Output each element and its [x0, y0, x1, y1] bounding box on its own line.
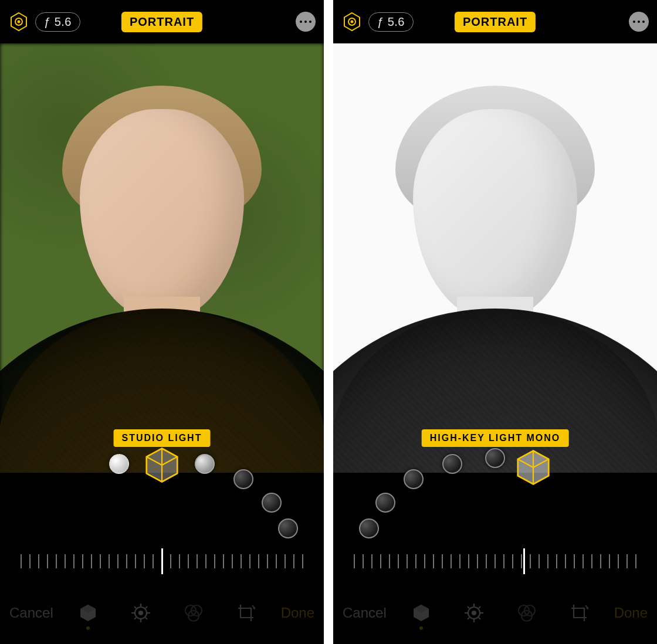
lighting-option-contour[interactable]	[404, 469, 424, 489]
bottom-toolbar: Cancel Done	[333, 582, 657, 644]
portrait-hex-icon[interactable]	[8, 11, 29, 32]
photo-background	[0, 43, 324, 473]
bottom-toolbar: Cancel Done	[0, 582, 324, 644]
top-bar: ƒ 5.6 PORTRAIT	[333, 0, 657, 43]
svg-line-42	[479, 606, 480, 608]
slider-ticks	[354, 554, 636, 568]
svg-line-17	[145, 618, 147, 619]
lighting-wheel[interactable]	[0, 473, 324, 541]
photo-editor-portrait-mono: ƒ 5.6 PORTRAIT HIGH-KEY LIGHT MONO	[333, 0, 657, 644]
lighting-cube-icon[interactable]	[513, 447, 554, 488]
lighting-option-contour[interactable]	[195, 454, 215, 474]
lighting-cube-icon[interactable]	[141, 445, 182, 486]
photo-canvas: STUDIO LIGHT	[0, 43, 324, 473]
adjust-tab[interactable]	[128, 596, 153, 630]
svg-point-2	[18, 21, 21, 23]
svg-point-35	[472, 611, 476, 615]
mode-badge[interactable]: PORTRAIT	[121, 12, 202, 32]
svg-line-19	[134, 618, 136, 619]
svg-line-18	[145, 606, 147, 608]
lighting-effect-label: STUDIO LIGHT	[114, 429, 211, 447]
more-icon[interactable]	[629, 12, 649, 32]
svg-line-43	[468, 618, 469, 619]
portrait-hex-icon[interactable]	[341, 11, 363, 32]
more-icon[interactable]	[296, 12, 316, 32]
crop-tab[interactable]	[234, 596, 259, 630]
lighting-tab[interactable]	[76, 596, 100, 630]
photo-canvas: HIGH-KEY LIGHT MONO	[333, 43, 657, 473]
slider-marker[interactable]	[523, 548, 525, 574]
cancel-button[interactable]: Cancel	[343, 605, 387, 621]
lighting-tab[interactable]	[409, 596, 434, 630]
done-button[interactable]: Done	[614, 605, 648, 621]
slider-marker[interactable]	[161, 548, 163, 574]
crop-tab[interactable]	[567, 596, 592, 630]
active-tab-dot	[86, 626, 90, 630]
lighting-option-natural[interactable]	[109, 454, 129, 474]
top-bar: ƒ 5.6 PORTRAIT	[0, 0, 324, 43]
svg-line-16	[134, 606, 136, 608]
lighting-effect-label: HIGH-KEY LIGHT MONO	[422, 429, 569, 447]
photo-background	[333, 43, 657, 473]
lighting-option-stage[interactable]	[233, 469, 253, 489]
svg-point-11	[139, 611, 143, 615]
intensity-slider[interactable]	[333, 541, 657, 582]
fstop-pill[interactable]: ƒ 5.6	[368, 12, 414, 32]
lighting-option-stage-mono[interactable]	[485, 448, 505, 468]
svg-line-40	[468, 606, 469, 608]
lighting-option-highkey-mono[interactable]	[278, 518, 298, 538]
filters-tab[interactable]	[514, 596, 539, 630]
lighting-wheel[interactable]	[333, 473, 657, 541]
lighting-option-natural[interactable]	[359, 518, 379, 538]
svg-line-41	[479, 618, 480, 619]
cancel-button[interactable]: Cancel	[9, 605, 53, 621]
mode-badge[interactable]: PORTRAIT	[455, 12, 536, 32]
active-tab-dot	[419, 626, 423, 630]
done-button[interactable]: Done	[281, 605, 314, 621]
adjust-tab[interactable]	[462, 596, 486, 630]
lighting-option-studio[interactable]	[375, 493, 395, 513]
filters-tab[interactable]	[181, 596, 206, 630]
svg-point-26	[351, 21, 354, 23]
fstop-pill[interactable]: ƒ 5.6	[35, 12, 80, 32]
lighting-option-stage[interactable]	[442, 454, 462, 474]
lighting-option-stage-mono[interactable]	[262, 493, 282, 513]
photo-editor-portrait: ƒ 5.6 PORTRAIT STUDIO LIGHT C	[0, 0, 324, 644]
intensity-slider[interactable]	[0, 541, 324, 582]
